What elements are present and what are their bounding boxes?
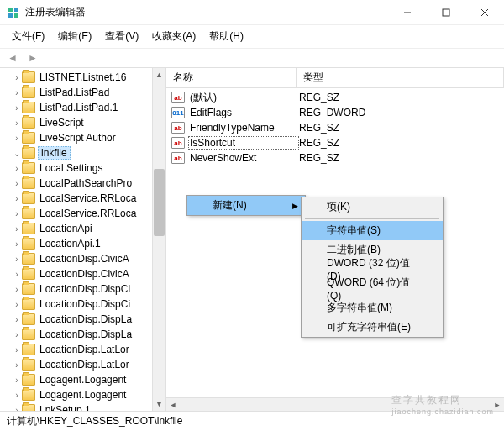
menu-view[interactable]: 查看(V) [98,27,145,46]
ctx-new-multi[interactable]: 多字符串值(M) [302,298,443,318]
forward-icon[interactable]: ► [25,50,40,66]
expand-caret-icon[interactable]: › [12,164,22,173]
context-menu[interactable]: 新建(N) ▶ [186,195,306,216]
tree-scrollbar[interactable]: ▲ ▼ [152,68,165,411]
folder-icon [22,374,35,386]
tree-item[interactable]: ›LocationDisp.LatLor [12,357,165,372]
expand-caret-icon[interactable]: › [12,270,22,279]
tree-item[interactable]: ⌄lnkfile [12,145,165,160]
menu-edit[interactable]: 编辑(E) [51,27,98,46]
expand-caret-icon[interactable]: › [12,315,22,324]
tree-item[interactable]: ›LocalService.RRLoca [12,191,165,206]
tree-item[interactable]: ›LocationDisp.DispCi [12,297,165,312]
expand-caret-icon[interactable]: › [12,360,22,370]
tree-item-label: LocationApi [38,223,94,234]
back-icon[interactable]: ◄ [5,50,20,66]
expand-caret-icon[interactable]: ⌄ [12,149,22,158]
list-scrollbar-h[interactable]: ◄ ► [166,397,504,411]
minimize-button[interactable] [388,0,427,24]
tree-item[interactable]: ›LocalPathSearchPro [12,176,165,191]
tree-item[interactable]: ›LiveScript [12,115,165,130]
expand-caret-icon[interactable]: › [12,330,22,339]
ctx-new-string[interactable]: 字符串值(S) [302,221,443,240]
expand-caret-icon[interactable]: › [12,209,22,218]
col-type[interactable]: 类型 [297,68,504,87]
tree-item[interactable]: ›ListPad.ListPad [12,85,165,100]
expand-caret-icon[interactable]: › [12,391,22,400]
ctx-new-qword[interactable]: QWORD (64 位)值(Q) [302,279,443,298]
value-name: (默认) [188,91,299,105]
scroll-thumb[interactable] [154,169,165,236]
tree-item[interactable]: ›ListPad.ListPad.1 [12,100,165,115]
expand-caret-icon[interactable]: › [12,255,22,264]
expand-caret-icon[interactable]: › [12,103,22,113]
window-title: 注册表编辑器 [25,5,388,19]
scroll-up-icon[interactable]: ▲ [153,68,165,81]
list-row[interactable]: 011EditFlagsREG_DWORD [171,105,499,120]
tree-item-label: LocationApi.1 [38,238,102,250]
tree-item[interactable]: ›LocationDisp.DispCi [12,281,165,297]
expand-caret-icon[interactable]: › [12,194,22,203]
tree-item[interactable]: ›LocalService.RRLoca [12,206,165,221]
tree-item[interactable]: ›LocationDisp.LatLor [12,342,165,357]
list-row[interactable]: abNeverShowExtREG_SZ [171,150,499,166]
tree-item[interactable]: ›LocationDisp.DispLa [12,312,165,327]
expand-caret-icon[interactable]: › [12,88,22,97]
expand-caret-icon[interactable]: › [12,406,22,412]
tree-item[interactable]: ›LISTNET.Listnet.16 [12,70,165,85]
tree-item-label: LocationDisp.CivicA [38,268,131,280]
expand-caret-icon[interactable]: › [12,73,22,82]
folder-icon [22,223,35,234]
expand-caret-icon[interactable]: › [12,224,22,234]
expand-caret-icon[interactable]: › [12,345,22,355]
tree-pane[interactable]: ›LISTNET.Listnet.16›ListPad.ListPad›List… [0,68,166,411]
menu-file[interactable]: 文件(F) [5,27,51,46]
tree-item[interactable]: ›LocationDisp.CivicA [12,251,165,266]
list-row[interactable]: abFriendlyTypeNameREG_SZ [171,120,499,135]
tree-item[interactable]: ›LpkSetup.1 [12,402,165,411]
tree-item[interactable]: ›LocationApi.1 [12,236,165,251]
expand-caret-icon[interactable]: › [12,179,22,188]
tree-item[interactable]: ›Logagent.Logagent [12,387,165,402]
value-name: EditFlags [188,107,299,118]
col-name[interactable]: 名称 [166,68,297,87]
scroll-right-icon[interactable]: ► [491,401,504,409]
ctx-new[interactable]: 新建(N) ▶ [187,196,305,215]
menu-help[interactable]: 帮助(H) [202,27,250,46]
titlebar: 注册表编辑器 [0,0,504,25]
folder-icon [22,238,35,250]
menu-favorites[interactable]: 收藏夹(A) [145,27,202,46]
tree-item[interactable]: ›Local Settings [12,160,165,176]
list-row[interactable]: ab(默认)REG_SZ [171,90,499,105]
toolbar: ◄ ► [0,49,504,68]
expand-caret-icon[interactable]: › [12,118,22,128]
ctx-new-key[interactable]: 项(K) [302,197,443,217]
string-value-icon: ab [171,152,185,164]
expand-caret-icon[interactable]: › [12,300,22,309]
maximize-button[interactable] [427,0,465,24]
expand-caret-icon[interactable]: › [12,285,22,294]
tree-item[interactable]: ›Logagent.Logagent [12,372,165,387]
tree-item-label: LocationDisp.LatLor [38,344,131,355]
folder-icon [22,177,35,189]
folder-icon [22,147,35,159]
tree-item[interactable]: ›LiveScript Author [12,130,165,145]
tree-item[interactable]: ›LocationDisp.DispLa [12,327,165,342]
scroll-left-icon[interactable]: ◄ [166,401,180,409]
tree-item-label: Logagent.Logagent [38,389,128,401]
tree-item[interactable]: ›LocationDisp.CivicA [12,266,165,281]
tree-item[interactable]: ›LocationApi [12,221,165,236]
tree-item-label: ListPad.ListPad [38,87,111,98]
tree-item-label: Local Settings [38,162,104,174]
list-row[interactable]: abIsShortcutREG_SZ [171,135,499,150]
expand-caret-icon[interactable]: › [12,134,22,143]
context-submenu-new[interactable]: 项(K) 字符串值(S) 二进制值(B) DWORD (32 位)值(D) QW… [301,197,444,338]
expand-caret-icon[interactable]: › [12,376,22,385]
expand-caret-icon[interactable]: › [12,239,22,249]
menu-separator [305,218,439,219]
string-value-icon: ab [171,137,185,149]
close-button[interactable] [465,0,504,24]
scroll-down-icon[interactable]: ▼ [153,397,165,411]
ctx-new-expand[interactable]: 可扩充字符串值(E) [302,318,443,337]
tree-item-label: LocationDisp.DispLa [38,313,134,325]
